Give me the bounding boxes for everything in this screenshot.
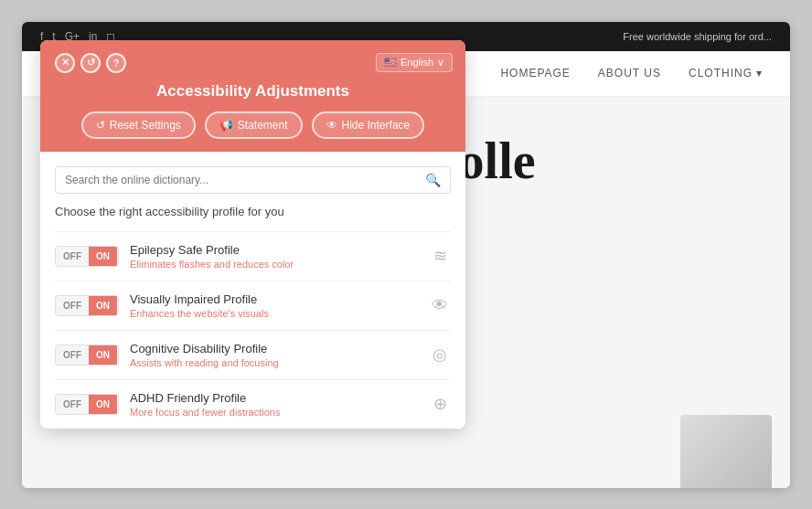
profile-desc-adhd: More focus and fewer distractions xyxy=(130,407,418,418)
panel-body: 🔍 Choose the right accessibility profile… xyxy=(40,152,465,429)
nav-about[interactable]: ABOUT US xyxy=(598,67,661,80)
help-button[interactable]: ? xyxy=(106,53,126,73)
toggle-on-cog[interactable]: ON xyxy=(89,345,117,365)
epilepsy-icon: ≋ xyxy=(429,246,451,266)
profile-row-visually-impaired: OFF ON Visually Impaired Profile Enhance… xyxy=(55,281,451,330)
profile-info-cognitive: Cognitive Disability Profile Assists wit… xyxy=(130,342,418,368)
profile-info-epilepsy: Epilepsy Safe Profile Eliminates flashes… xyxy=(130,243,418,270)
toggle-epilepsy[interactable]: OFF ON xyxy=(55,246,119,267)
search-bar: 🔍 xyxy=(55,166,451,194)
close-button[interactable]: ✕ xyxy=(55,53,75,73)
hide-icon: 👁 xyxy=(326,119,337,132)
profile-info-visually-impaired: Visually Impaired Profile Enhances the w… xyxy=(130,292,418,319)
visually-impaired-icon: 👁 xyxy=(429,296,451,315)
language-arrow-icon: ∨ xyxy=(437,57,444,69)
profile-name-vi: Visually Impaired Profile xyxy=(130,292,418,306)
profile-desc-epilepsy: Eliminates flashes and reduces color xyxy=(130,259,418,270)
adhd-icon: ⊕ xyxy=(429,394,451,414)
toggle-on-vi[interactable]: ON xyxy=(89,296,117,315)
statement-button[interactable]: 📢 Statement xyxy=(205,111,303,139)
profile-heading: Choose the right accessibility profile f… xyxy=(55,205,451,218)
toggle-visually-impaired[interactable]: OFF ON xyxy=(55,295,119,316)
toggle-adhd[interactable]: OFF ON xyxy=(55,394,119,415)
nav-homepage[interactable]: HOMEPAGE xyxy=(500,67,570,80)
hide-interface-button[interactable]: 👁 Hide Interface xyxy=(312,111,425,139)
language-label: English xyxy=(401,57,433,68)
toggle-on-adhd[interactable]: ON xyxy=(89,395,117,414)
toggle-on-epilepsy[interactable]: ON xyxy=(89,247,117,266)
toggle-off-adhd[interactable]: OFF xyxy=(56,395,89,414)
statement-icon: 📢 xyxy=(219,119,233,132)
profile-name-epilepsy: Epilepsy Safe Profile xyxy=(130,243,418,257)
panel-action-buttons: ↺ Reset Settings 📢 Statement 👁 Hide Inte… xyxy=(55,111,451,139)
panel-header: ✕ ↺ ? 🇺🇸 English ∨ Accessibility Adjustm… xyxy=(40,40,465,152)
profile-name-cog: Cognitive Disability Profile xyxy=(130,342,418,355)
profile-name-adhd: ADHD Friendly Profile xyxy=(130,391,418,405)
profile-desc-vi: Enhances the website's visuals xyxy=(130,308,418,319)
toggle-off-cog[interactable]: OFF xyxy=(56,345,89,365)
profile-info-adhd: ADHD Friendly Profile More focus and few… xyxy=(130,391,418,418)
chevron-down-icon: ▾ xyxy=(756,67,763,80)
toggle-off-epilepsy[interactable]: OFF xyxy=(56,247,89,266)
reset-settings-button[interactable]: ↺ Reset Settings xyxy=(81,111,196,139)
toggle-cognitive[interactable]: OFF ON xyxy=(55,345,119,366)
profile-row-adhd: OFF ON ADHD Friendly Profile More focus … xyxy=(55,379,451,429)
nav-clothing[interactable]: CLOTHING ▾ xyxy=(689,67,763,80)
refresh-button[interactable]: ↺ xyxy=(80,53,101,73)
profile-desc-cog: Assists with reading and focusing xyxy=(130,357,418,368)
search-icon: 🔍 xyxy=(425,173,441,187)
shipping-notice: Free worldwide shipping for ord... xyxy=(623,31,772,42)
reset-icon: ↺ xyxy=(96,119,105,132)
flag-icon: 🇺🇸 xyxy=(384,57,397,69)
profile-row-epilepsy: OFF ON Epilepsy Safe Profile Eliminates … xyxy=(55,231,451,281)
outer-frame: f t G+ in ◻ Free worldwide shipping for … xyxy=(22,22,790,488)
profile-row-cognitive: OFF ON Cognitive Disability Profile Assi… xyxy=(55,330,451,379)
accessibility-panel: ✕ ↺ ? 🇺🇸 English ∨ Accessibility Adjustm… xyxy=(40,40,465,429)
panel-title: Accessibility Adjustments xyxy=(55,82,451,101)
search-input[interactable] xyxy=(65,174,425,186)
language-selector[interactable]: 🇺🇸 English ∨ xyxy=(376,53,453,72)
cognitive-icon: ◎ xyxy=(429,345,451,365)
toggle-off-vi[interactable]: OFF xyxy=(56,296,89,315)
hero-image xyxy=(680,415,772,488)
